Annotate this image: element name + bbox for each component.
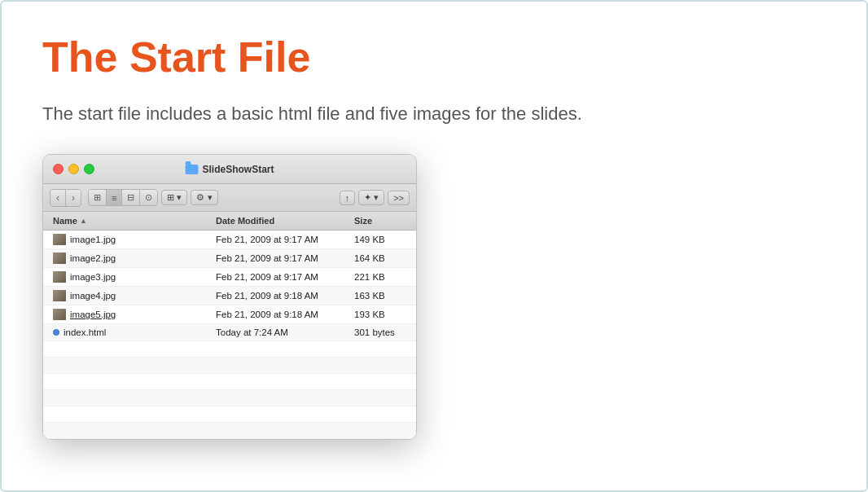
- file-name-cell: index.html: [50, 324, 213, 340]
- close-button[interactable]: [53, 164, 64, 174]
- more-button[interactable]: >>: [388, 191, 410, 205]
- file-date: Feb 21, 2009 at 9:17 AM: [213, 231, 351, 248]
- settings-button[interactable]: ⚙ ▾: [191, 190, 217, 205]
- gallery-view-button[interactable]: ⊙: [139, 190, 157, 205]
- file-size: 193 KB: [351, 306, 417, 323]
- table-row[interactable]: index.html Today at 7:24 AM 301 bytes HT…: [43, 324, 416, 341]
- file-thumbnail: [53, 309, 66, 320]
- empty-row: [43, 341, 416, 358]
- file-size: 164 KB: [351, 250, 417, 266]
- file-thumbnail: [53, 234, 66, 245]
- file-date: Feb 21, 2009 at 9:17 AM: [213, 269, 351, 285]
- sort-arrow: ▲: [80, 217, 87, 225]
- empty-row: [43, 423, 416, 439]
- view-toggle[interactable]: ⊞ ≡ ⊟ ⊙: [88, 189, 158, 206]
- file-name-cell: image4.jpg: [50, 287, 213, 305]
- toolbar-right: ↑ ✦ ▾ >>: [340, 190, 410, 205]
- name-column-header[interactable]: Name ▲: [50, 213, 213, 228]
- finder-window: SlideShowStart ‹ › ⊞ ≡ ⊟ ⊙ ⊞ ▾ ⚙ ▾ ↑ ✦ ▾…: [42, 154, 417, 440]
- finder-titlebar: SlideShowStart: [43, 155, 416, 184]
- file-name: image2.jpg: [70, 253, 116, 263]
- page-title: The Start File: [42, 34, 826, 81]
- html-file-icon: [53, 329, 59, 336]
- file-name: image3.jpg: [70, 272, 116, 282]
- file-name-cell: image5.jpg: [50, 305, 213, 323]
- icon-view-button[interactable]: ⊞: [89, 190, 106, 205]
- file-size: 149 KB: [351, 231, 417, 248]
- file-size: 221 KB: [351, 269, 417, 285]
- table-row[interactable]: image4.jpg Feb 21, 2009 at 9:18 AM 163 K…: [43, 287, 416, 305]
- list-view-button[interactable]: ≡: [106, 190, 121, 205]
- dropbox-button[interactable]: ✦ ▾: [358, 190, 384, 205]
- table-row[interactable]: image1.jpg Feb 21, 2009 at 9:17 AM 149 K…: [43, 231, 416, 249]
- file-name-cell: image1.jpg: [50, 231, 213, 248]
- share-button[interactable]: ↑: [340, 191, 356, 205]
- finder-empty-space: [43, 341, 416, 439]
- minimize-button[interactable]: [68, 164, 79, 174]
- file-list-header: Name ▲ Date Modified Size Kind: [43, 212, 416, 231]
- size-column-header[interactable]: Size: [351, 213, 417, 228]
- file-thumbnail: [53, 290, 66, 301]
- finder-toolbar: ‹ › ⊞ ≡ ⊟ ⊙ ⊞ ▾ ⚙ ▾ ↑ ✦ ▾ >>: [43, 184, 416, 212]
- file-name-cell: image2.jpg: [50, 249, 213, 267]
- file-date: Feb 21, 2009 at 9:17 AM: [213, 250, 351, 266]
- nav-buttons[interactable]: ‹ ›: [50, 189, 81, 207]
- empty-row: [43, 358, 416, 374]
- empty-row: [43, 390, 416, 406]
- file-size: 163 KB: [351, 288, 417, 304]
- file-date: Feb 21, 2009 at 9:18 AM: [213, 306, 351, 323]
- maximize-button[interactable]: [84, 164, 94, 174]
- file-name: image4.jpg: [70, 291, 116, 301]
- file-size: 301 bytes: [351, 324, 417, 340]
- file-date: Feb 21, 2009 at 9:18 AM: [213, 288, 351, 304]
- folder-icon: [185, 165, 198, 174]
- file-name: image1.jpg: [70, 235, 116, 244]
- file-date: Today at 7:24 AM: [213, 324, 351, 340]
- finder-title: SlideShowStart: [185, 164, 274, 175]
- table-row[interactable]: image3.jpg Feb 21, 2009 at 9:17 AM 221 K…: [43, 268, 416, 287]
- file-name-cell: image3.jpg: [50, 268, 213, 286]
- file-name: index.html: [64, 327, 106, 337]
- date-column-header[interactable]: Date Modified: [213, 213, 351, 228]
- table-row[interactable]: image5.jpg Feb 21, 2009 at 9:18 AM 193 K…: [43, 305, 416, 324]
- page-subtitle: The start file includes a basic html fil…: [42, 103, 826, 125]
- table-row[interactable]: image2.jpg Feb 21, 2009 at 9:17 AM 164 K…: [43, 249, 416, 268]
- forward-button[interactable]: ›: [66, 190, 81, 206]
- empty-row: [43, 374, 416, 390]
- empty-row: [43, 406, 416, 423]
- column-view-button[interactable]: ⊟: [121, 190, 139, 205]
- file-thumbnail: [53, 253, 66, 264]
- traffic-lights: [53, 164, 94, 174]
- file-thumbnail: [53, 271, 66, 283]
- file-list: image1.jpg Feb 21, 2009 at 9:17 AM 149 K…: [43, 231, 416, 439]
- page-content: The Start File The start file includes a…: [2, 2, 866, 472]
- arrange-button[interactable]: ⊞ ▾: [161, 190, 187, 205]
- file-name: image5.jpg: [70, 310, 116, 319]
- back-button[interactable]: ‹: [50, 190, 66, 206]
